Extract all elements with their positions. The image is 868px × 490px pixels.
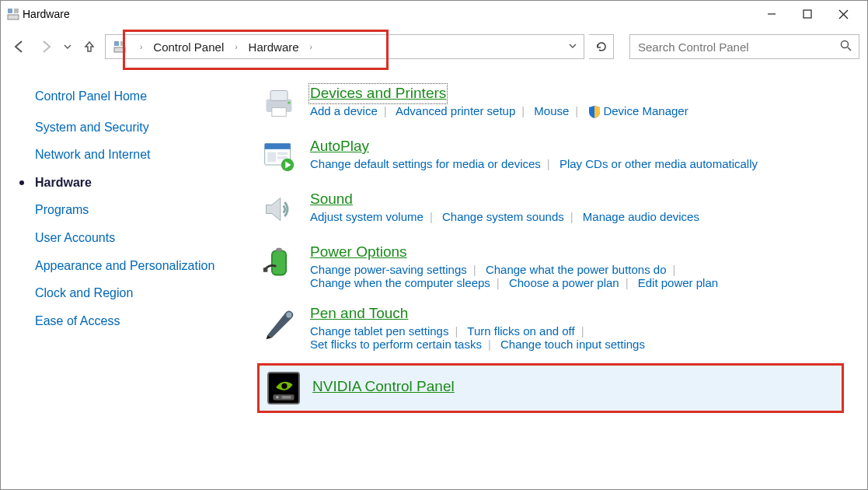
forward-button[interactable] [35,36,57,58]
svg-rect-17 [265,144,291,149]
svg-rect-7 [114,41,119,46]
sidebar-item-appearance-and-personalization[interactable]: Appearance and Personalization [35,257,239,275]
sidebar-item-system-and-security[interactable]: System and Security [35,119,239,136]
window-icon [7,6,23,22]
sublink[interactable]: Change tablet pen settings [310,324,448,338]
sidebar-item-clock-and-region[interactable]: Clock and Region [35,285,239,302]
sublink[interactable]: Adjust system volume [310,210,424,223]
svg-rect-13 [270,91,288,101]
sublink[interactable]: Set flicks to perform certain tasks [310,338,482,351]
search-input[interactable] [636,40,840,54]
breadcrumb-part[interactable]: Control Panel [153,40,224,54]
category-devices-and-printers: Devices and Printers Add a device| Advan… [257,82,852,125]
sublink[interactable]: Device Manager [603,104,688,117]
category-title-link[interactable]: Sound [310,191,353,208]
svg-rect-22 [272,250,286,275]
sidebar: Control Panel Home System and Security N… [1,66,249,489]
nvidia-icon [267,372,300,404]
speaker-icon [260,191,298,228]
printer-icon [260,85,298,122]
autoplay-icon [260,138,298,175]
sublink[interactable]: Change system sounds [442,210,564,223]
shield-icon [587,105,601,119]
pen-icon [260,305,298,342]
sublink[interactable]: Choose a power plan [509,276,619,289]
sidebar-item-ease-of-access[interactable]: Ease of Access [35,313,239,330]
svg-point-15 [288,101,291,104]
category-title-link[interactable]: Pen and Touch [310,305,408,323]
sublink[interactable]: Change when the computer sleeps [310,276,490,289]
back-button[interactable] [9,36,30,58]
navbar: › Control Panel › Hardware › [1,27,867,66]
address-dropdown[interactable] [562,42,584,51]
svg-rect-4 [804,10,811,18]
recent-dropdown[interactable] [61,36,74,58]
content-area: Control Panel Home System and Security N… [1,66,867,489]
window-title: Hardware [23,8,70,20]
svg-rect-24 [263,268,268,272]
chevron-right-icon: › [307,43,315,51]
category-title-link[interactable]: Devices and Printers [310,85,446,103]
search-icon[interactable] [840,40,852,54]
svg-point-29 [276,396,279,399]
chevron-right-icon: › [232,43,240,51]
sublink[interactable]: Turn flicks on and off [467,324,574,338]
close-button[interactable] [825,3,861,25]
maximize-button[interactable] [790,3,825,25]
category-autoplay: AutoPlay Change default settings for med… [257,135,852,178]
sublink[interactable]: Change default settings for media or dev… [310,157,541,170]
svg-rect-30 [281,396,291,399]
breadcrumb-icon [113,39,129,54]
svg-rect-18 [267,152,276,163]
battery-icon [260,243,298,281]
refresh-button[interactable] [589,34,614,59]
svg-line-11 [848,47,851,51]
sublink[interactable]: Edit power plan [638,276,718,289]
chevron-right-icon: › [137,43,145,51]
sidebar-item-control-panel-home[interactable]: Control Panel Home [35,88,239,105]
category-title-link[interactable]: NVIDIA Control Panel [312,378,455,396]
svg-rect-2 [8,15,19,19]
category-sound: Sound Adjust system volume| Change syste… [257,187,852,231]
address-bar[interactable]: › Control Panel › Hardware › [105,34,584,59]
sublink[interactable]: Manage audio devices [583,210,699,223]
category-title-link[interactable]: Power Options [310,243,407,261]
category-power-options: Power Options Change power-saving settin… [257,240,852,292]
category-pen-and-touch: Pen and Touch Change tablet pen settings… [257,302,852,354]
up-button[interactable] [78,36,100,58]
sublink[interactable]: Mouse [534,104,569,117]
svg-point-27 [281,383,287,388]
svg-point-10 [842,40,849,47]
sublink[interactable]: Change power-saving settings [310,263,467,276]
svg-rect-1 [14,9,19,13]
titlebar: Hardware [1,1,867,27]
svg-rect-14 [272,108,286,117]
sublink[interactable]: Change touch input settings [500,338,645,351]
svg-rect-0 [8,9,12,13]
svg-rect-8 [120,41,125,46]
breadcrumb: › Control Panel › Hardware › [106,39,315,54]
category-title-link[interactable]: AutoPlay [310,138,369,156]
sidebar-item-programs[interactable]: Programs [35,201,239,219]
svg-rect-19 [277,152,288,156]
search-box[interactable] [629,34,859,59]
svg-rect-23 [276,248,281,252]
sublink[interactable]: Play CDs or other media automatically [559,157,758,170]
category-nvidia-control-panel[interactable]: NVIDIA Control Panel [257,363,844,413]
main-panel: Devices and Printers Add a device| Advan… [249,66,867,489]
sublink[interactable]: Advanced printer setup [396,104,515,117]
minimize-button[interactable] [754,3,790,25]
svg-point-25 [286,312,291,317]
svg-rect-9 [114,47,125,52]
sidebar-item-network-and-internet[interactable]: Network and Internet [35,146,239,163]
sublink[interactable]: Add a device [310,104,378,117]
sidebar-item-hardware[interactable]: Hardware [35,174,239,191]
breadcrumb-part[interactable]: Hardware [249,40,299,54]
sidebar-item-user-accounts[interactable]: User Accounts [35,229,239,247]
sublink[interactable]: Change what the power buttons do [486,263,667,276]
